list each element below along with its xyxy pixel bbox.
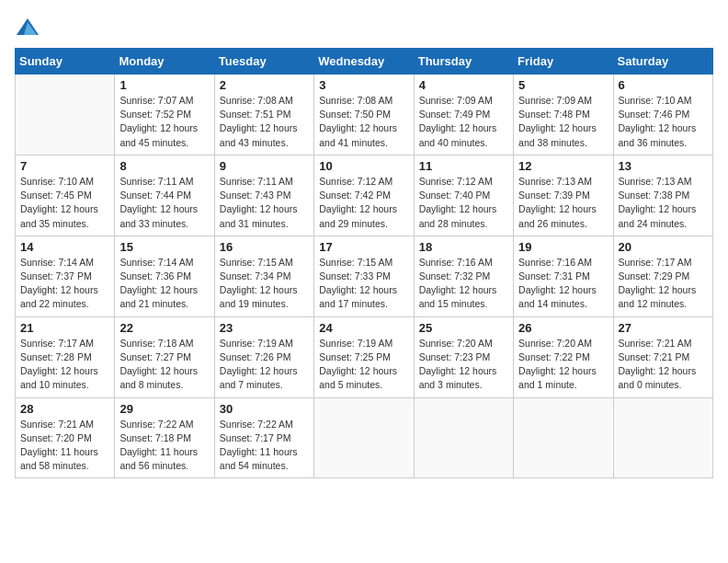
day-number: 6 [619, 78, 708, 92]
weekday-header: Thursday [414, 49, 513, 75]
calendar-day-cell: 14Sunrise: 7:14 AM Sunset: 7:37 PM Dayli… [16, 236, 115, 316]
weekday-header: Saturday [613, 49, 712, 75]
calendar-day-cell: 23Sunrise: 7:19 AM Sunset: 7:26 PM Dayli… [214, 316, 313, 397]
calendar-day-cell: 8Sunrise: 7:11 AM Sunset: 7:44 PM Daylig… [115, 155, 214, 236]
day-info: Sunrise: 7:17 AM Sunset: 7:28 PM Dayligh… [20, 337, 109, 393]
day-number: 21 [20, 321, 109, 335]
day-info: Sunrise: 7:15 AM Sunset: 7:33 PM Dayligh… [319, 256, 408, 312]
day-info: Sunrise: 7:21 AM Sunset: 7:20 PM Dayligh… [20, 418, 109, 474]
calendar-day-cell: 10Sunrise: 7:12 AM Sunset: 7:42 PM Dayli… [314, 155, 414, 236]
day-info: Sunrise: 7:14 AM Sunset: 7:37 PM Dayligh… [20, 256, 109, 312]
calendar-day-cell: 17Sunrise: 7:15 AM Sunset: 7:33 PM Dayli… [314, 236, 414, 316]
calendar-day-cell [514, 397, 613, 478]
calendar-header-row: SundayMondayTuesdayWednesdayThursdayFrid… [16, 49, 713, 75]
calendar-day-cell: 25Sunrise: 7:20 AM Sunset: 7:23 PM Dayli… [414, 316, 513, 397]
calendar-week-row: 21Sunrise: 7:17 AM Sunset: 7:28 PM Dayli… [16, 316, 713, 397]
day-number: 16 [220, 240, 309, 254]
calendar-day-cell: 15Sunrise: 7:14 AM Sunset: 7:36 PM Dayli… [115, 236, 214, 316]
day-number: 23 [220, 321, 309, 335]
day-number: 24 [319, 321, 408, 335]
day-info: Sunrise: 7:08 AM Sunset: 7:50 PM Dayligh… [319, 94, 408, 150]
calendar-day-cell: 24Sunrise: 7:19 AM Sunset: 7:25 PM Dayli… [314, 316, 414, 397]
calendar-week-row: 1Sunrise: 7:07 AM Sunset: 7:52 PM Daylig… [16, 75, 713, 155]
day-number: 25 [419, 321, 508, 335]
calendar-day-cell: 3Sunrise: 7:08 AM Sunset: 7:50 PM Daylig… [314, 75, 414, 155]
calendar-day-cell: 16Sunrise: 7:15 AM Sunset: 7:34 PM Dayli… [214, 236, 313, 316]
day-info: Sunrise: 7:19 AM Sunset: 7:25 PM Dayligh… [319, 337, 408, 393]
calendar-day-cell: 21Sunrise: 7:17 AM Sunset: 7:28 PM Dayli… [16, 316, 115, 397]
weekday-header: Tuesday [214, 49, 313, 75]
day-number: 18 [419, 240, 508, 254]
day-number: 5 [518, 78, 608, 92]
calendar-day-cell: 5Sunrise: 7:09 AM Sunset: 7:48 PM Daylig… [514, 75, 613, 155]
day-number: 10 [319, 159, 408, 173]
day-info: Sunrise: 7:11 AM Sunset: 7:44 PM Dayligh… [119, 175, 209, 231]
calendar-day-cell: 1Sunrise: 7:07 AM Sunset: 7:52 PM Daylig… [115, 75, 214, 155]
day-info: Sunrise: 7:10 AM Sunset: 7:46 PM Dayligh… [619, 94, 708, 150]
day-info: Sunrise: 7:18 AM Sunset: 7:27 PM Dayligh… [119, 337, 209, 393]
calendar-day-cell [414, 397, 513, 478]
day-info: Sunrise: 7:21 AM Sunset: 7:21 PM Dayligh… [619, 337, 708, 393]
calendar-day-cell: 27Sunrise: 7:21 AM Sunset: 7:21 PM Dayli… [613, 316, 712, 397]
day-number: 28 [20, 402, 109, 416]
day-number: 30 [220, 402, 309, 416]
calendar-day-cell: 12Sunrise: 7:13 AM Sunset: 7:39 PM Dayli… [514, 155, 613, 236]
day-info: Sunrise: 7:16 AM Sunset: 7:31 PM Dayligh… [518, 256, 608, 312]
day-info: Sunrise: 7:12 AM Sunset: 7:42 PM Dayligh… [319, 175, 408, 231]
calendar-day-cell: 7Sunrise: 7:10 AM Sunset: 7:45 PM Daylig… [16, 155, 115, 236]
logo [15, 15, 44, 40]
day-info: Sunrise: 7:09 AM Sunset: 7:48 PM Dayligh… [518, 94, 608, 150]
calendar-week-row: 28Sunrise: 7:21 AM Sunset: 7:20 PM Dayli… [16, 397, 713, 478]
calendar-week-row: 7Sunrise: 7:10 AM Sunset: 7:45 PM Daylig… [16, 155, 713, 236]
day-number: 27 [619, 321, 708, 335]
calendar-day-cell: 28Sunrise: 7:21 AM Sunset: 7:20 PM Dayli… [16, 397, 115, 478]
day-info: Sunrise: 7:19 AM Sunset: 7:26 PM Dayligh… [220, 337, 309, 393]
day-number: 22 [119, 321, 209, 335]
page-header [15, 15, 713, 40]
day-info: Sunrise: 7:17 AM Sunset: 7:29 PM Dayligh… [619, 256, 708, 312]
calendar-day-cell [613, 397, 712, 478]
calendar-day-cell [314, 397, 414, 478]
day-info: Sunrise: 7:20 AM Sunset: 7:22 PM Dayligh… [518, 337, 608, 393]
day-number: 26 [518, 321, 608, 335]
day-number: 7 [20, 159, 109, 173]
day-info: Sunrise: 7:13 AM Sunset: 7:38 PM Dayligh… [619, 175, 708, 231]
calendar-day-cell [16, 75, 115, 155]
day-info: Sunrise: 7:10 AM Sunset: 7:45 PM Dayligh… [20, 175, 109, 231]
day-info: Sunrise: 7:07 AM Sunset: 7:52 PM Dayligh… [119, 94, 209, 150]
weekday-header: Friday [514, 49, 613, 75]
day-number: 14 [20, 240, 109, 254]
day-number: 9 [220, 159, 309, 173]
day-info: Sunrise: 7:20 AM Sunset: 7:23 PM Dayligh… [419, 337, 508, 393]
weekday-header: Monday [115, 49, 214, 75]
day-info: Sunrise: 7:22 AM Sunset: 7:18 PM Dayligh… [119, 418, 209, 474]
calendar-day-cell: 6Sunrise: 7:10 AM Sunset: 7:46 PM Daylig… [613, 75, 712, 155]
calendar-day-cell: 19Sunrise: 7:16 AM Sunset: 7:31 PM Dayli… [514, 236, 613, 316]
day-info: Sunrise: 7:14 AM Sunset: 7:36 PM Dayligh… [119, 256, 209, 312]
day-number: 11 [419, 159, 508, 173]
calendar-day-cell: 11Sunrise: 7:12 AM Sunset: 7:40 PM Dayli… [414, 155, 513, 236]
day-number: 2 [220, 78, 309, 92]
day-info: Sunrise: 7:15 AM Sunset: 7:34 PM Dayligh… [220, 256, 309, 312]
day-number: 3 [319, 78, 408, 92]
calendar-day-cell: 9Sunrise: 7:11 AM Sunset: 7:43 PM Daylig… [214, 155, 313, 236]
calendar-day-cell: 13Sunrise: 7:13 AM Sunset: 7:38 PM Dayli… [613, 155, 712, 236]
day-number: 19 [518, 240, 608, 254]
weekday-header: Sunday [16, 49, 115, 75]
day-number: 8 [119, 159, 209, 173]
day-number: 12 [518, 159, 608, 173]
logo-icon [15, 15, 40, 40]
weekday-header: Wednesday [314, 49, 414, 75]
calendar-week-row: 14Sunrise: 7:14 AM Sunset: 7:37 PM Dayli… [16, 236, 713, 316]
calendar-day-cell: 20Sunrise: 7:17 AM Sunset: 7:29 PM Dayli… [613, 236, 712, 316]
calendar-table: SundayMondayTuesdayWednesdayThursdayFrid… [15, 48, 713, 478]
day-number: 15 [119, 240, 209, 254]
day-info: Sunrise: 7:12 AM Sunset: 7:40 PM Dayligh… [419, 175, 508, 231]
day-number: 20 [619, 240, 708, 254]
day-info: Sunrise: 7:16 AM Sunset: 7:32 PM Dayligh… [419, 256, 508, 312]
day-info: Sunrise: 7:22 AM Sunset: 7:17 PM Dayligh… [220, 418, 309, 474]
day-info: Sunrise: 7:08 AM Sunset: 7:51 PM Dayligh… [220, 94, 309, 150]
day-info: Sunrise: 7:11 AM Sunset: 7:43 PM Dayligh… [220, 175, 309, 231]
calendar-day-cell: 22Sunrise: 7:18 AM Sunset: 7:27 PM Dayli… [115, 316, 214, 397]
calendar-day-cell: 18Sunrise: 7:16 AM Sunset: 7:32 PM Dayli… [414, 236, 513, 316]
